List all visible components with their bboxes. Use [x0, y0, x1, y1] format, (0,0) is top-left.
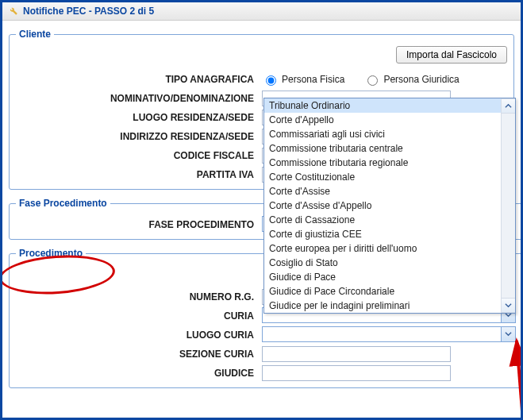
label-fase: FASE PROCEDIMENTO: [16, 219, 262, 230]
curia-option[interactable]: Cosiglio di Stato: [264, 256, 502, 270]
scroll-up-icon[interactable]: [502, 98, 515, 114]
radio-persona-fisica-label: Persona Fisica: [282, 74, 344, 85]
curia-dropdown-list[interactable]: Tribunale OrdinarioCorte d'AppelloCommis…: [263, 98, 516, 314]
wrench-icon: [7, 5, 18, 18]
label-piva: PARTITA IVA: [16, 169, 262, 180]
curia-option[interactable]: Commissione tributaria regionale: [264, 156, 502, 170]
label-numero-rg: NUMERO R.G.: [16, 291, 262, 302]
cliente-legend: Cliente: [16, 29, 54, 40]
fase-legend: Fase Procedimento: [16, 198, 110, 209]
luogo-curia-select[interactable]: [262, 326, 516, 342]
app-window: Notifiche PEC - PASSO 2 di 5 Cliente Imp…: [0, 0, 523, 420]
window-title: Notifiche PEC - PASSO 2 di 5: [23, 6, 154, 17]
curia-option[interactable]: Corte d'Assise: [264, 184, 502, 198]
label-giudice: GIUDICE: [16, 368, 262, 379]
label-curia: CURIA: [16, 310, 262, 322]
radio-persona-giuridica-label: Persona Giuridica: [383, 74, 459, 85]
label-nominativo: NOMINATIVO/DENOMINAZIONE: [16, 93, 262, 104]
curia-option[interactable]: Corte d'Assise d'Appello: [264, 198, 502, 213]
curia-option[interactable]: Commissariati agli usi civici: [264, 127, 502, 141]
curia-option[interactable]: Commissione tributaria centrale: [264, 141, 502, 156]
curia-option[interactable]: Corte d'Appello: [264, 113, 502, 127]
curia-option[interactable]: Tribunale Ordinario: [264, 98, 502, 113]
curia-option[interactable]: Corte di giustizia CEE: [264, 227, 502, 241]
label-luogo: LUOGO RESIDENZA/SEDE: [16, 112, 262, 123]
curia-option[interactable]: Corte europea per i diritti dell'uomo: [264, 241, 502, 256]
curia-option[interactable]: Corte di Cassazione: [264, 213, 502, 227]
label-tipo-anagrafica: TIPO ANAGRAFICA: [16, 74, 262, 85]
label-sezione-curia: SEZIONE CURIA: [16, 349, 262, 360]
radio-persona-fisica-input[interactable]: [266, 75, 276, 86]
curia-option[interactable]: Corte Costituzionale: [264, 170, 502, 184]
procedimento-legend: Procedimento: [16, 248, 86, 259]
curia-option[interactable]: Giudice per le indagini preliminari: [264, 299, 502, 313]
label-luogo-curia: LUOGO CURIA: [16, 329, 262, 341]
titlebar: Notifiche PEC - PASSO 2 di 5: [2, 2, 521, 21]
label-cf: CODICE FISCALE: [16, 150, 262, 161]
scrollbar[interactable]: [501, 98, 515, 313]
chevron-down-icon[interactable]: [501, 327, 515, 341]
scroll-down-icon[interactable]: [502, 298, 515, 313]
curia-option[interactable]: Giudice di Pace Circondariale: [264, 284, 502, 299]
radio-persona-giuridica-input[interactable]: [367, 75, 378, 86]
radio-persona-giuridica[interactable]: Persona Giuridica: [363, 73, 459, 86]
radio-persona-fisica[interactable]: Persona Fisica: [262, 73, 344, 86]
label-indirizzo: INDIRIZZO RESIDENZA/SEDE: [16, 131, 262, 142]
import-fascicolo-button[interactable]: Importa dal Fascicolo: [396, 46, 507, 64]
curia-option[interactable]: Giudice di Pace: [264, 270, 502, 284]
giudice-input[interactable]: [262, 365, 451, 381]
sezione-curia-input[interactable]: [262, 346, 451, 362]
